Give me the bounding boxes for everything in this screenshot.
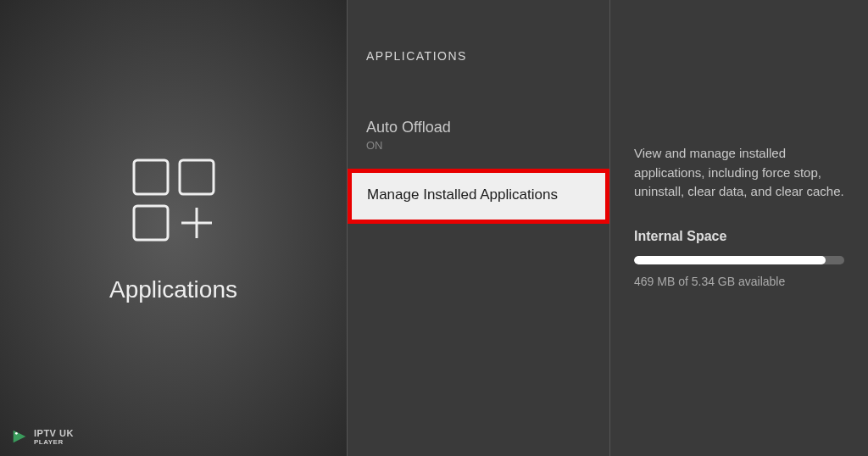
watermark: IPTV UK PLAYER (10, 427, 74, 446)
menu-item-title: Auto Offload (366, 119, 591, 136)
watermark-subtext: PLAYER (34, 438, 74, 446)
storage-progress-fill (634, 256, 826, 264)
storage-text: 469 MB of 5.34 GB available (634, 275, 844, 288)
menu-item-subtitle: ON (366, 139, 591, 152)
description-text: View and manage installed applications, … (634, 144, 844, 202)
play-icon (10, 427, 29, 446)
detail-panel: View and manage installed applications, … (610, 0, 868, 456)
storage-title: Internal Space (634, 229, 844, 244)
menu-item-title: Manage Installed Applications (367, 186, 590, 203)
watermark-text: IPTV UK (34, 428, 74, 438)
menu-item-manage-applications[interactable]: Manage Installed Applications (348, 169, 609, 224)
applications-icon (127, 153, 220, 247)
menu-item-auto-offload[interactable]: Auto Offload ON (348, 107, 609, 164)
storage-progress-bar (634, 256, 844, 264)
svg-point-5 (15, 432, 18, 435)
left-panel-title: Applications (109, 276, 237, 303)
svg-rect-2 (134, 206, 168, 240)
svg-rect-1 (180, 160, 214, 194)
menu-panel: APPLICATIONS Auto Offload ON Manage Inst… (348, 0, 610, 456)
svg-rect-0 (134, 160, 168, 194)
menu-header: APPLICATIONS (348, 49, 609, 63)
left-category-panel: Applications IPTV UK PLAYER (0, 0, 348, 456)
